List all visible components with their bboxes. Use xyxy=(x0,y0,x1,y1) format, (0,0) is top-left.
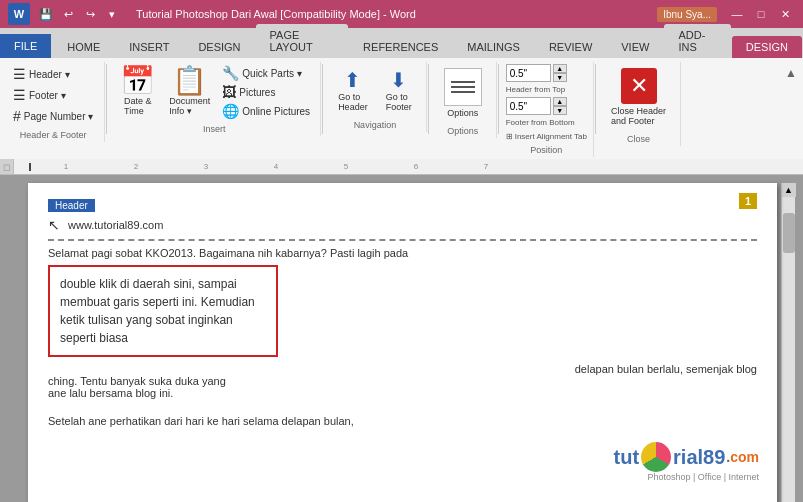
customize-qa-button[interactable]: ▾ xyxy=(102,4,122,24)
header-position-input[interactable]: 0.5" xyxy=(506,64,551,82)
header-position-down[interactable]: ▼ xyxy=(553,73,567,82)
page-number-button[interactable]: # Page Number ▾ xyxy=(8,106,98,126)
redo-button[interactable]: ↪ xyxy=(80,4,100,24)
group-close: ✕ Close Headerand Footer Close xyxy=(597,62,681,146)
vertical-page-numbers xyxy=(8,183,24,502)
header-url-text: www.tutorial89.com xyxy=(68,219,163,231)
document-page[interactable]: Header ↖ www.tutorial89.com 1 Selamat pa… xyxy=(28,183,777,502)
document-info-label: DocumentInfo ▾ xyxy=(169,96,210,116)
header-label: Header ▾ xyxy=(29,69,70,80)
go-to-header-button[interactable]: ⬆ Go toHeader xyxy=(330,64,376,116)
tab-page-layout[interactable]: PAGE LAYOUT xyxy=(256,24,349,58)
footer-button[interactable]: ☰ Footer ▾ xyxy=(8,85,98,105)
document-area: Header ↖ www.tutorial89.com 1 Selamat pa… xyxy=(0,175,803,502)
logo-text-rial: rial89 xyxy=(673,446,725,469)
tab-review[interactable]: REVIEW xyxy=(535,36,606,58)
minimize-button[interactable]: — xyxy=(727,6,747,22)
ruler-mark-1: 1 xyxy=(64,162,68,171)
maximize-button[interactable]: □ xyxy=(751,6,771,22)
group-header-footer-label: Header & Footer xyxy=(8,128,98,140)
tab-references[interactable]: REFERENCES xyxy=(349,36,452,58)
window-controls: Ibnu Sya... — □ ✕ xyxy=(657,6,795,22)
user-info[interactable]: Ibnu Sya... xyxy=(657,7,717,22)
quick-parts-icon: 🔧 xyxy=(222,65,239,81)
ruler-mark-5: 5 xyxy=(344,162,348,171)
header-icon: ☰ xyxy=(13,66,26,82)
footer-from-bottom-row: 0.5" ▲ ▼ xyxy=(506,97,587,115)
ruler-content: 1 2 3 4 5 6 7 xyxy=(14,159,803,174)
tab-view[interactable]: VIEW xyxy=(607,36,663,58)
options-button[interactable]: Options xyxy=(436,64,490,122)
options-icon xyxy=(444,68,482,106)
go-to-footer-button[interactable]: ⬇ Go toFooter xyxy=(378,64,420,116)
pictures-label: Pictures xyxy=(239,87,275,98)
footer-icon: ☰ xyxy=(13,87,26,103)
group-position-label: Position xyxy=(506,143,587,155)
page-number-badge: 1 xyxy=(739,193,757,209)
header-label-tag: Header xyxy=(48,195,163,213)
scroll-thumb[interactable] xyxy=(783,213,795,253)
group-close-label: Close xyxy=(603,132,674,144)
date-time-button[interactable]: 📅 Date &Time xyxy=(114,64,161,119)
header-content: Header ↖ www.tutorial89.com xyxy=(48,195,163,233)
date-time-icon: 📅 xyxy=(120,67,155,95)
group-options-label: Options xyxy=(436,124,490,136)
ribbon: ☰ Header ▾ ☰ Footer ▾ # Page Number ▾ He… xyxy=(0,58,803,159)
header-footer-stack: ☰ Header ▾ ☰ Footer ▾ # Page Number ▾ xyxy=(8,64,98,126)
go-to-footer-label: Go toFooter xyxy=(386,92,412,112)
pictures-button[interactable]: 🖼 Pictures xyxy=(218,83,314,101)
footer-position-down[interactable]: ▼ xyxy=(553,106,567,115)
footer-position-label: Footer from Bottom xyxy=(506,118,587,127)
tab-add-ins[interactable]: ADD-INS xyxy=(664,24,730,58)
close-header-footer-label: Close Headerand Footer xyxy=(611,106,666,126)
insert-alignment-tab[interactable]: ⊞ Insert Alignment Tab xyxy=(506,132,587,141)
page-number-label: Page Number ▾ xyxy=(24,111,93,122)
tooltip-text: double klik di daerah sini, sampai membu… xyxy=(60,277,255,345)
go-to-footer-icon: ⬇ xyxy=(390,68,407,92)
ruler-indent-marker[interactable] xyxy=(29,163,31,171)
group-navigation: ⬆ Go toHeader ⬇ Go toFooter Navigation xyxy=(324,62,427,132)
tab-file[interactable]: FILE xyxy=(0,34,51,58)
close-button[interactable]: ✕ xyxy=(775,6,795,22)
document-info-button[interactable]: 📋 DocumentInfo ▾ xyxy=(163,64,216,119)
header-position-up[interactable]: ▲ xyxy=(553,64,567,73)
quick-parts-button[interactable]: 🔧 Quick Parts ▾ xyxy=(218,64,314,82)
close-header-footer-button[interactable]: ✕ Close Headerand Footer xyxy=(603,64,674,130)
footer-position-input[interactable]: 0.5" xyxy=(506,97,551,115)
group-navigation-content: ⬆ Go toHeader ⬇ Go toFooter xyxy=(330,64,420,116)
alignment-icon: ⊞ xyxy=(506,132,513,141)
logo-area: tut rial89 . com Photoshop | Office | In… xyxy=(614,442,760,482)
logo-text-com: com xyxy=(730,449,759,465)
undo-button[interactable]: ↩ xyxy=(58,4,78,24)
insert-extra-stack: 🔧 Quick Parts ▾ 🖼 Pictures 🌐 Online Pict… xyxy=(218,64,314,120)
scroll-up-button[interactable]: ▲ xyxy=(782,183,796,197)
tab-home[interactable]: HOME xyxy=(53,36,114,58)
header-button[interactable]: ☰ Header ▾ xyxy=(8,64,98,84)
tab-design-active[interactable]: DESIGN xyxy=(732,36,802,58)
view-ruler-button[interactable]: ◻ xyxy=(0,159,14,174)
logo-text-tut: tut xyxy=(614,446,640,469)
group-insert: 📅 Date &Time 📋 DocumentInfo ▾ 🔧 Quick Pa… xyxy=(108,62,321,136)
tooltip-box: double klik di daerah sini, sampai membu… xyxy=(48,265,278,357)
cursor-icon: ↖ xyxy=(48,217,60,233)
group-close-content: ✕ Close Headerand Footer xyxy=(603,64,674,130)
tab-insert[interactable]: INSERT xyxy=(115,36,183,58)
header-from-top-row: 0.5" ▲ ▼ xyxy=(506,64,587,82)
save-button[interactable]: 💾 xyxy=(36,4,56,24)
sep2 xyxy=(322,64,323,134)
group-position: 0.5" ▲ ▼ Header from Top 0.5" ▲ ▼ Footer… xyxy=(500,62,594,157)
tab-design[interactable]: DESIGN xyxy=(184,36,254,58)
tab-mailings[interactable]: MAILINGS xyxy=(453,36,534,58)
online-pictures-label: Online Pictures xyxy=(242,106,310,117)
group-navigation-label: Navigation xyxy=(330,118,420,130)
header-position-spinners: ▲ ▼ xyxy=(553,64,567,82)
collapse-ribbon-button[interactable]: ▲ xyxy=(785,66,797,80)
footer-position-up[interactable]: ▲ xyxy=(553,97,567,106)
vertical-scrollbar[interactable]: ▲ ▼ xyxy=(781,183,795,502)
title-text: Tutorial Photoshop Dari Awal [Compatibil… xyxy=(136,8,416,20)
document-header-area: Header ↖ www.tutorial89.com 1 xyxy=(48,195,757,241)
footer-label: Footer ▾ xyxy=(29,90,66,101)
online-pictures-button[interactable]: 🌐 Online Pictures xyxy=(218,102,314,120)
group-options: Options Options xyxy=(430,62,497,138)
word-icon: W xyxy=(8,3,30,25)
